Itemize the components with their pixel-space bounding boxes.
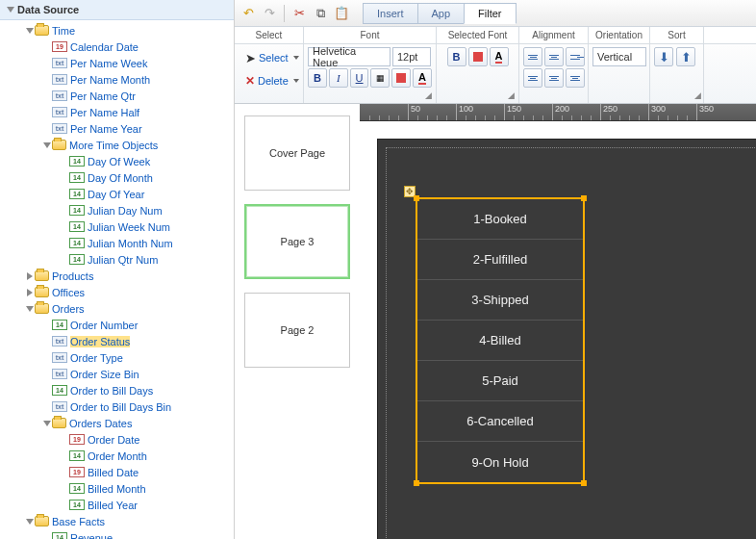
filter-value-cell[interactable]: 6-Cancelled [417, 401, 583, 442]
tree-item[interactable]: 19Order Date [0, 431, 234, 448]
filter-value-cell[interactable]: 1-Booked [417, 199, 583, 240]
tree-item[interactable]: Base Facts [0, 513, 234, 529]
tree-item[interactable]: txtOrder Type [0, 349, 234, 366]
align-left[interactable] [523, 68, 542, 88]
number-icon: 14 [69, 205, 85, 216]
tree-item[interactable]: 14Order to Bill Days [0, 382, 234, 398]
resize-handle[interactable] [414, 480, 419, 486]
text-field-icon: txt [52, 352, 67, 363]
tree-item[interactable]: 14Order Month [0, 448, 234, 464]
sort-asc-button[interactable]: ⬇ [654, 47, 673, 66]
tree-item-label: Order Month [88, 450, 147, 462]
tree-item[interactable]: txtPer Name Week [0, 55, 234, 71]
chevron-down-icon [293, 79, 299, 83]
filter-value-cell[interactable]: 5-Paid [417, 361, 583, 401]
tree-item-label: Julian Qtr Num [88, 254, 158, 266]
tree-item[interactable]: 14Billed Month [0, 480, 234, 497]
align-top-left[interactable] [523, 47, 542, 66]
font-size-select[interactable]: 12pt [392, 47, 431, 66]
font-name-select[interactable]: Helvetica Neue [308, 47, 391, 66]
align-center[interactable] [544, 68, 564, 88]
tree-item[interactable]: txtPer Name Qtr [0, 88, 234, 104]
filter-value-cell[interactable]: 2-Fulfilled [417, 240, 583, 280]
resize-handle[interactable] [581, 195, 587, 201]
tree-item[interactable]: Products [0, 268, 234, 284]
tree-item[interactable]: 14Order Number [0, 317, 234, 333]
date-icon: 19 [69, 434, 85, 445]
tree-item[interactable]: 14Revenue [0, 529, 234, 539]
align-right[interactable] [566, 68, 585, 88]
filter-list[interactable]: ✥ 1-Booked2-Fulfilled3-Shipped4-Billed5-… [416, 197, 585, 484]
border-button[interactable]: ▦ [370, 68, 390, 88]
sel-font-color-button[interactable]: A [490, 47, 509, 66]
tree-item[interactable]: 14Julian Month Num [0, 235, 234, 251]
fill-color-button[interactable] [391, 68, 411, 88]
paste-button[interactable]: 📋 [332, 4, 351, 23]
number-icon: 14 [69, 483, 85, 494]
text-field-icon: txt [52, 123, 67, 134]
expand-open-icon[interactable] [26, 519, 34, 525]
expand-closed-icon[interactable] [27, 272, 33, 280]
tree-item[interactable]: Time [0, 22, 234, 38]
tree-item[interactable]: txtOrder to Bill Days Bin [0, 398, 234, 415]
group-expand-icon[interactable]: ◢ [694, 90, 701, 100]
copy-button[interactable]: ⧉ [311, 4, 330, 23]
align-top-center[interactable] [544, 47, 564, 66]
align-top-right[interactable] [566, 47, 585, 66]
tree-item[interactable]: 14Billed Year [0, 497, 234, 513]
design-surface[interactable]: ✥ 1-Booked2-Fulfilled3-Shipped4-Billed5-… [360, 121, 756, 539]
bold-button[interactable]: B [308, 68, 327, 88]
tree-item[interactable]: More Time Objects [0, 137, 234, 153]
expand-open-icon[interactable] [43, 421, 51, 426]
filter-value-cell[interactable]: 9-On Hold [417, 442, 583, 482]
tree-item[interactable]: Orders [0, 300, 234, 317]
expand-open-icon[interactable] [26, 306, 34, 312]
tree-item[interactable]: txtPer Name Year [0, 120, 234, 137]
tree-item[interactable]: 14Day Of Year [0, 186, 234, 202]
tab-app[interactable]: App [417, 3, 466, 24]
ruler-tick: 350 [696, 104, 714, 120]
tree-item[interactable]: 14Julian Week Num [0, 218, 234, 235]
delete-button[interactable]: ✕ Delete [239, 70, 299, 91]
tree-item-label: Per Name Week [70, 58, 148, 69]
tree-item[interactable]: txtOrder Status [0, 333, 234, 349]
cut-button[interactable]: ✂ [290, 4, 309, 23]
tree-item[interactable]: 14Day Of Week [0, 153, 234, 169]
page-thumb[interactable]: Page 3 [244, 204, 350, 279]
tree-item[interactable]: 19Billed Date [0, 464, 234, 480]
font-color-button[interactable]: A [413, 68, 432, 88]
group-expand-icon[interactable]: ◢ [425, 90, 432, 100]
resize-handle[interactable] [414, 195, 419, 201]
tree-item[interactable]: txtPer Name Month [0, 71, 234, 88]
sort-desc-button[interactable]: ⬆ [676, 47, 695, 66]
page-thumb[interactable]: Cover Page [244, 116, 350, 191]
sidebar-header[interactable]: Data Source [0, 0, 234, 20]
tree-item[interactable]: 14Day Of Month [0, 169, 234, 186]
tab-insert[interactable]: Insert [363, 3, 418, 24]
sel-fill-button[interactable] [468, 47, 488, 66]
tree-item[interactable]: txtOrder Size Bin [0, 366, 234, 382]
orientation-select[interactable]: Vertical [592, 47, 646, 66]
filter-value-cell[interactable]: 3-Shipped [417, 280, 583, 321]
page-thumb[interactable]: Page 2 [244, 293, 350, 368]
expand-closed-icon[interactable] [27, 289, 33, 296]
tree-item[interactable]: txtPer Name Half [0, 104, 234, 120]
select-button[interactable]: ➤ Select [239, 47, 299, 68]
group-expand-icon[interactable]: ◢ [508, 90, 515, 100]
tree-item-label: Per Name Month [70, 74, 150, 86]
underline-button[interactable]: U [350, 68, 369, 88]
expand-open-icon[interactable] [26, 28, 34, 34]
sel-bold-button[interactable]: B [447, 47, 466, 66]
tree-item[interactable]: 14Julian Qtr Num [0, 251, 234, 268]
tab-filter[interactable]: Filter [464, 3, 516, 24]
filter-value-cell[interactable]: 4-Billed [417, 321, 583, 361]
tree-item[interactable]: 19Calendar Date [0, 38, 234, 55]
resize-handle[interactable] [581, 480, 587, 486]
undo-button[interactable]: ↶ [239, 4, 258, 23]
redo-button[interactable]: ↷ [260, 4, 279, 23]
tree-item[interactable]: 14Julian Day Num [0, 202, 234, 218]
tree-item[interactable]: Orders Dates [0, 415, 234, 431]
expand-open-icon[interactable] [43, 142, 51, 148]
tree-item[interactable]: Offices [0, 284, 234, 300]
italic-button[interactable]: I [329, 68, 348, 88]
